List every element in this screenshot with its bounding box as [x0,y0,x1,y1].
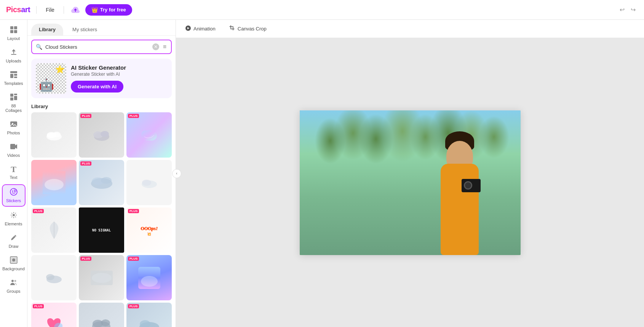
svg-point-30 [101,131,109,137]
search-bar: 🔍 ✕ ≡ [31,40,172,54]
svg-point-42 [92,273,112,283]
plus-badge: PLUS [128,304,139,308]
canvas-area: Animation Canvas Crop [176,20,644,327]
ai-card-subtitle: Generate Sticker with AI [71,72,167,77]
sticker-grid: PLUS PLUS [31,112,172,327]
camera [462,179,481,192]
sticker-item[interactable]: PLUS [126,255,172,300]
plus-badge: PLUS [128,209,139,213]
redo-button[interactable]: ↪ [628,4,638,16]
sidebar-item-layout[interactable]: Layout [2,23,26,44]
svg-rect-4 [11,54,16,55]
person-figure [429,141,490,255]
sidebar-item-text[interactable]: T Text [2,162,26,183]
sticker-item[interactable] [31,112,77,158]
sticker-item[interactable]: PLUS [126,303,172,327]
svg-point-22 [12,258,15,262]
ai-sticker-card: 🤖 ⭐ AI Sticker Generator Generate Sticke… [31,59,172,98]
plus-badge: PLUS [128,257,139,261]
people-label: Groups [6,289,20,294]
canvas-main[interactable] [176,38,644,327]
sidebar-item-videos[interactable]: Videos [2,140,26,161]
sticker-item[interactable] [126,160,172,205]
plus-badge: PLUS [80,257,91,261]
ai-sticker-char2: ⭐ [55,65,65,74]
sidebar-item-background[interactable]: Background [2,253,26,274]
svg-point-18 [14,191,15,192]
sticker-item[interactable]: PLUS [79,255,124,300]
uploads-label: Uploads [6,59,21,63]
ai-card-image: 🤖 ⭐ [36,63,66,94]
tab-library[interactable]: Library [31,24,63,35]
sticker-item[interactable]: NO SIGNAL [79,207,124,253]
stickers-icon [10,188,18,197]
plus-badge: PLUS [33,304,44,308]
svg-rect-6 [10,74,13,78]
sticker-item[interactable] [31,160,77,205]
sidebar-item-people[interactable]: Groups [2,276,26,297]
plus-badge: PLUS [128,114,139,118]
plus-badge: PLUS [80,114,91,118]
filter-button[interactable]: ≡ [162,43,167,51]
videos-icon [10,143,18,152]
svg-rect-3 [14,30,17,33]
videos-label: Videos [7,153,20,158]
undo-button[interactable]: ↩ [617,4,627,16]
sidebar-item-stickers[interactable]: Stickers [2,184,26,207]
sidebar-item-collages[interactable]: 88 Collages [2,90,26,116]
svg-rect-8 [14,77,17,78]
canvas-toolbar: Animation Canvas Crop [176,20,644,38]
ai-sticker-char: 🤖 [39,78,54,92]
divider2 [64,6,64,14]
sticker-item[interactable]: PLUS OOOps! 💥 [126,207,172,253]
elements-label: Elements [5,222,22,226]
plus-badge: PLUS [33,209,44,213]
uploads-icon [10,48,18,57]
sidebar: Layout Uploads Templates 88 Collages Pho… [0,20,27,327]
search-input[interactable] [45,44,149,50]
ai-card-info: AI Sticker Generator Generate Sticker wi… [71,64,167,93]
sidebar-item-uploads[interactable]: Uploads [2,45,26,66]
sidebar-item-elements[interactable]: Elements [2,208,26,229]
svg-rect-10 [14,94,17,95]
generate-ai-button[interactable]: Generate with AI [71,81,123,93]
canvas-crop-button[interactable]: Canvas Crop [226,23,270,35]
sidebar-item-templates[interactable]: Templates [2,68,26,89]
clear-search-button[interactable]: ✕ [152,43,159,50]
try-free-button[interactable]: 👑 Try for free [85,4,132,16]
svg-rect-15 [10,144,15,149]
svg-rect-2 [10,30,13,33]
sidebar-item-photos[interactable]: Photos [2,117,26,138]
tab-my-stickers[interactable]: My stickers [65,24,105,35]
topbar: Picsart File 👑 Try for free ↩ ↪ [0,0,644,20]
sticker-item[interactable]: PLUS [79,112,124,158]
svg-rect-1 [14,26,17,29]
svg-point-27 [53,132,61,137]
elements-icon [10,211,18,220]
cloud-save-icon[interactable] [70,5,81,15]
logo: Picsart [6,5,30,14]
stickers-panel: Library My stickers 🔍 ✕ ≡ 🤖 ⭐ AI Sticker… [27,20,176,327]
svg-rect-9 [10,94,13,97]
layout-icon [10,26,18,35]
panel-wrapper: Library My stickers 🔍 ✕ ≡ 🤖 ⭐ AI Sticker… [27,20,176,327]
templates-label: Templates [4,81,23,86]
sticker-item[interactable] [79,303,124,327]
svg-rect-0 [10,26,13,29]
sticker-item[interactable]: PLUS [126,112,172,158]
sticker-item[interactable]: PLUS [31,207,77,253]
sidebar-item-draw[interactable]: Draw [2,231,26,252]
animation-button[interactable]: Animation [182,23,219,35]
svg-rect-11 [14,96,17,100]
file-menu-button[interactable]: File [43,5,58,14]
background-icon [10,256,18,265]
collapse-panel-button[interactable]: ‹ [172,169,181,178]
sticker-item[interactable]: PLUS [79,160,124,205]
sticker-item[interactable]: PLUS [31,303,77,327]
photos-label: Photos [7,131,20,135]
sticker-item[interactable] [31,255,77,300]
panel-tabs: Library My stickers [27,20,176,36]
nosignal-text: NO SIGNAL [92,228,111,232]
photos-icon [10,120,18,129]
svg-point-32 [45,179,64,190]
